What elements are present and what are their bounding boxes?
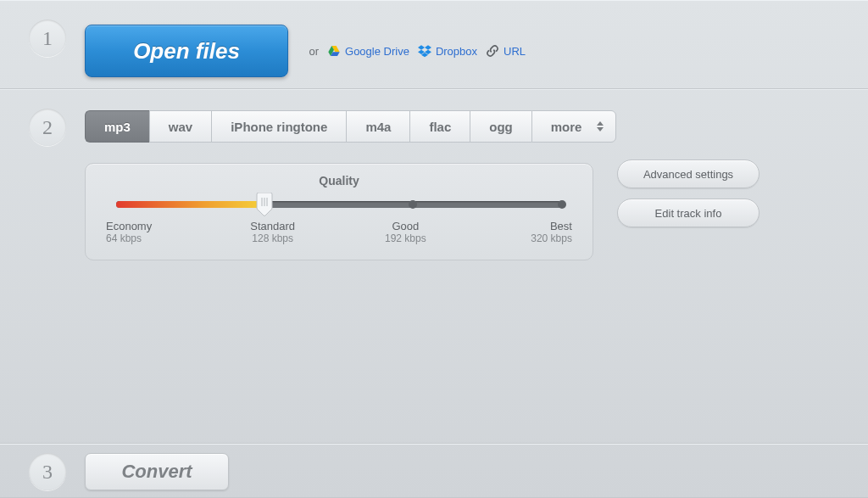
quality-labels: Economy 64 kbps Standard 128 kbps Good 1… xyxy=(106,220,572,244)
quality-panel: Quality Economy 64 kbps Standard 12 xyxy=(85,163,593,260)
open-files-button[interactable]: Open files xyxy=(85,25,288,77)
sort-icon xyxy=(597,121,604,131)
google-drive-icon xyxy=(327,44,341,58)
step-3-badge: 3 xyxy=(29,453,66,490)
format-tab-wav[interactable]: wav xyxy=(149,110,211,143)
step-3-section: 3 Convert xyxy=(0,444,868,498)
quality-title: Quality xyxy=(109,174,569,187)
url-link[interactable]: URL xyxy=(486,44,526,58)
format-tab-more-label: more xyxy=(551,120,582,134)
google-drive-link[interactable]: Google Drive xyxy=(327,44,409,58)
side-buttons: Advanced settings Edit track info xyxy=(617,159,760,227)
quality-slider-fill xyxy=(116,201,264,208)
step-2-badge: 2 xyxy=(29,109,66,146)
format-tabs: mp3 wav iPhone ringtone m4a flac ogg mor… xyxy=(85,110,616,143)
quality-label-standard: Standard 128 kbps xyxy=(239,220,307,244)
advanced-settings-button[interactable]: Advanced settings xyxy=(617,159,760,188)
link-icon xyxy=(486,44,499,58)
dropbox-link[interactable]: Dropbox xyxy=(418,44,477,58)
format-tab-more[interactable]: more xyxy=(531,110,617,143)
quality-label-economy: Economy 64 kbps xyxy=(106,220,174,244)
or-label: or xyxy=(309,45,319,58)
quality-label-best: Best 320 kbps xyxy=(504,220,572,244)
quality-stop-good xyxy=(409,200,417,209)
quality-stop-best xyxy=(558,200,566,209)
url-label: URL xyxy=(504,45,526,58)
quality-label-good: Good 192 kbps xyxy=(371,220,439,244)
format-tab-m4a[interactable]: m4a xyxy=(346,110,409,143)
google-drive-label: Google Drive xyxy=(345,45,409,58)
format-tab-mp3[interactable]: mp3 xyxy=(85,110,149,143)
step-1-section: 1 Open files or Google Drive Dropbox URL xyxy=(0,0,868,89)
quality-slider[interactable] xyxy=(116,201,562,208)
dropbox-icon xyxy=(418,44,431,58)
open-alternatives: or Google Drive Dropbox URL xyxy=(309,44,526,58)
step-2-section: 2 mp3 wav iPhone ringtone m4a flac ogg m… xyxy=(0,89,868,444)
format-tab-flac[interactable]: flac xyxy=(409,110,470,143)
format-tab-ogg[interactable]: ogg xyxy=(470,110,531,143)
step-1-badge: 1 xyxy=(29,20,66,57)
edit-track-info-button[interactable]: Edit track info xyxy=(617,199,760,227)
quality-slider-handle[interactable] xyxy=(254,193,275,216)
format-tab-iphone-ringtone[interactable]: iPhone ringtone xyxy=(211,110,346,143)
dropbox-label: Dropbox xyxy=(436,45,477,58)
convert-button[interactable]: Convert xyxy=(85,453,229,490)
